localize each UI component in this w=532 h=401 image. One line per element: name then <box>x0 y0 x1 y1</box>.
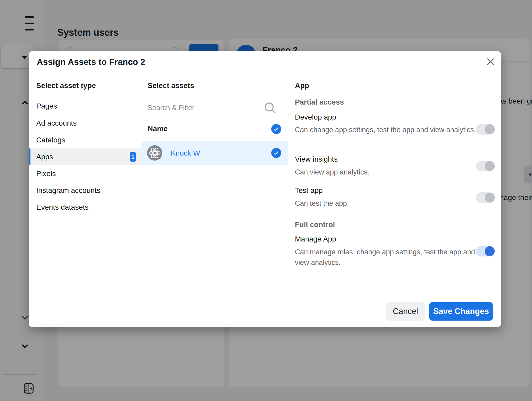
section-heading-partial-access: Partial access <box>295 98 344 106</box>
toggle-knob <box>485 124 495 134</box>
asset-type-instagram-accounts[interactable]: Instagram accounts <box>29 182 141 199</box>
permission-label-manage-app: Manage App <box>295 235 336 243</box>
asset-row-check[interactable] <box>271 148 281 158</box>
view-insights-toggle[interactable] <box>476 161 495 171</box>
permission-description: Can test the app. <box>295 198 479 209</box>
asset-type-pixels[interactable]: Pixels <box>29 165 141 182</box>
close-icon[interactable] <box>485 56 496 68</box>
asset-row-knock-w[interactable]: Knock W <box>141 141 288 165</box>
permissions-column-header: App <box>295 81 309 90</box>
asset-type-apps[interactable]: Apps 1 <box>29 148 141 165</box>
permission-label-develop-app: Develop app <box>295 113 336 121</box>
permission-description: Can manage roles, change app settings, t… <box>295 247 479 268</box>
permission-description: Can view app analytics. <box>295 167 479 177</box>
assets-column-header: Select assets <box>148 81 194 90</box>
asset-type-ad-accounts[interactable]: Ad accounts <box>29 115 141 132</box>
manage-app-toggle[interactable] <box>476 246 495 256</box>
app-atom-icon <box>147 145 162 161</box>
column-divider <box>288 74 288 294</box>
search-icon <box>264 102 276 115</box>
permission-label-view-insights: View insights <box>295 155 338 163</box>
asset-type-events-datasets[interactable]: Events datasets <box>29 199 141 216</box>
toggle-knob <box>485 246 495 256</box>
develop-app-toggle[interactable] <box>476 124 495 135</box>
asset-type-catalogs[interactable]: Catalogs <box>29 132 141 148</box>
permission-label-test-app: Test app <box>295 186 323 195</box>
asset-search-input[interactable] <box>148 100 258 116</box>
asset-type-column-header: Select asset type <box>36 81 96 90</box>
assets-name-header: Name <box>148 125 168 133</box>
test-app-toggle[interactable] <box>476 192 495 203</box>
assign-assets-dialog: Assign Assets to Franco 2 Select asset t… <box>29 51 501 327</box>
column-divider <box>141 74 141 294</box>
selected-count-badge: 1 <box>130 152 136 162</box>
dialog-title: Assign Assets to Franco 2 <box>37 57 145 67</box>
section-heading-full-control: Full control <box>295 220 335 229</box>
toggle-knob <box>485 193 495 203</box>
asset-type-pages[interactable]: Pages <box>29 98 141 115</box>
toggle-knob <box>485 161 495 171</box>
cancel-button[interactable]: Cancel <box>386 302 425 321</box>
asset-name: Knock W <box>171 149 200 157</box>
select-all-check[interactable] <box>271 124 281 134</box>
search-divider <box>141 119 288 119</box>
permission-description: Can change app settings, test the app an… <box>295 125 479 135</box>
save-changes-button[interactable]: Save Changes <box>429 302 493 321</box>
